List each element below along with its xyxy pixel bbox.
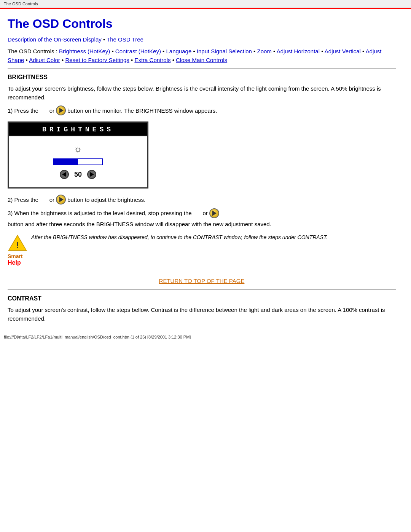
help-label: Help [8, 259, 27, 266]
step2-or: or [49, 197, 54, 203]
nav-link-osd-tree[interactable]: The OSD Tree [107, 36, 143, 43]
osd-body: ☼ 50 [9, 136, 147, 187]
breadcrumb-reset[interactable]: Reset to Factory Settings [65, 57, 129, 63]
step1-or: or [49, 107, 54, 114]
brightness-section-title: BRIGHTNESS [8, 74, 396, 81]
step3-start: 3) When the brightness is adjusted to th… [8, 209, 192, 218]
sun-icon: ☼ [73, 143, 83, 155]
breadcrumb: The OSD Controls : Brightness (HotKey) •… [8, 47, 396, 64]
nav-links: Description of the On-Screen Display • T… [8, 36, 396, 43]
breadcrumb-adjust-horizontal[interactable]: Adjust Horizontal [277, 48, 320, 54]
breadcrumb-language[interactable]: Language [166, 48, 192, 54]
brightness-body: To adjust your screen's brightness, foll… [8, 85, 396, 102]
step2-end: button to adjust the brightness. [67, 197, 145, 203]
contrast-body: To adjust your screen's contrast, follow… [8, 306, 396, 323]
divider-top [8, 68, 396, 69]
smart-help-italic-text: After the BRIGHTNESS window has disappea… [31, 234, 328, 240]
footer-bar: file:///D|/rita/LF2/LF2/LFa1/multi_manua… [0, 333, 411, 341]
warning-icon: ! Smart Help [8, 234, 27, 266]
brightness-step2: 2) Press the or button to adjust the bri… [8, 195, 396, 204]
osd-bar-fill [54, 159, 78, 165]
breadcrumb-input-signal[interactable]: Input Signal Selection [197, 48, 252, 54]
main-content: The OSD Controls Description of the On-S… [0, 9, 403, 331]
browser-tab-text: The OSD Controls [4, 2, 38, 6]
osd-controls-row: 50 [60, 170, 96, 179]
breadcrumb-extra-controls[interactable]: Extra Controls [134, 57, 170, 63]
osd-title-text: BRIGHTNESS [42, 126, 114, 133]
step3-end: button and after three seconds the BRIGH… [8, 220, 271, 229]
breadcrumb-adjust-vertical[interactable]: Adjust Vertical [325, 48, 361, 54]
osd-value-text: 50 [74, 171, 82, 179]
page-title: The OSD Controls [8, 17, 396, 31]
osd-right-button[interactable] [87, 170, 96, 179]
brightness-step1: 1) Press the or button on the monitor. T… [8, 105, 396, 115]
browser-tab: The OSD Controls [0, 0, 411, 8]
brightness-step3: 3) When the brightness is adjusted to th… [8, 208, 396, 229]
play-button-step1[interactable] [56, 105, 66, 115]
step3-or: or [202, 209, 207, 218]
breadcrumb-contrast[interactable]: Contrast (HotKey) [115, 48, 161, 54]
play-button-step3[interactable] [209, 208, 219, 218]
divider-bottom [8, 289, 396, 290]
osd-brightness-bar [53, 158, 103, 165]
osd-title-bar: BRIGHTNESS [9, 123, 147, 136]
contrast-section-title: CONTRAST [8, 295, 396, 302]
smart-help-text: After the BRIGHTNESS window has disappea… [31, 234, 328, 240]
play-button-step2[interactable] [56, 195, 66, 204]
breadcrumb-adjust-color[interactable]: Adjust Color [29, 57, 60, 63]
step1-end: button on the monitor. The BRIGHTNESS wi… [67, 107, 217, 114]
breadcrumb-close-main[interactable]: Close Main Controls [176, 57, 227, 63]
return-to-top: RETURN TO TOP OF THE PAGE [8, 278, 396, 284]
step2-text: 2) Press the [8, 197, 38, 203]
svg-text:!: ! [16, 240, 19, 250]
nav-link-description[interactable]: Description of the On-Screen Display [8, 36, 102, 43]
nav-sep: • [103, 36, 107, 43]
breadcrumb-zoom[interactable]: Zoom [257, 48, 272, 54]
osd-brightness-box: BRIGHTNESS ☼ 50 [8, 121, 148, 189]
osd-left-button[interactable] [60, 170, 69, 179]
footer-text: file:///D|/rita/LF2/LF2/LFa1/multi_manua… [4, 335, 191, 339]
return-top-link[interactable]: RETURN TO TOP OF THE PAGE [159, 278, 245, 284]
smart-help-block: ! Smart Help After the BRIGHTNESS window… [8, 234, 396, 266]
breadcrumb-brightness[interactable]: Brightness (HotKey) [59, 48, 110, 54]
smart-label: Smart [8, 253, 27, 259]
breadcrumb-intro: The OSD Controls : [8, 48, 59, 54]
step1-text: 1) Press the [8, 107, 38, 114]
